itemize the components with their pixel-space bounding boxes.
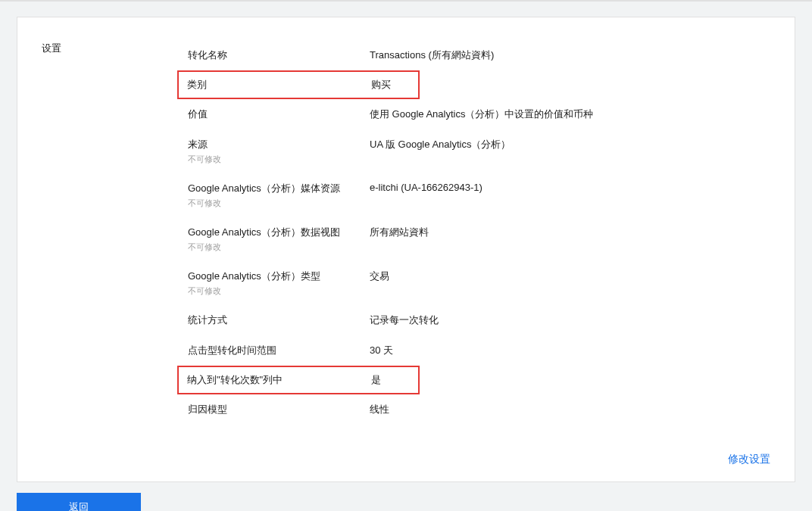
label-ga-property: Google Analytics（分析）媒体资源 不可修改 xyxy=(188,182,370,209)
label-source: 来源 不可修改 xyxy=(188,138,370,165)
label-attribution-model: 归因模型 xyxy=(188,403,370,416)
value-count-method: 记录每一次转化 xyxy=(370,313,439,327)
sublabel-ga-property: 不可修改 xyxy=(188,198,370,209)
row-ga-type: Google Analytics（分析）类型 不可修改 交易 xyxy=(188,261,770,305)
section-title: 设置 xyxy=(42,40,188,425)
label-conversion-name: 转化名称 xyxy=(188,48,370,62)
value-click-window: 30 天 xyxy=(370,344,393,357)
settings-rows: 转化名称 Transactions (所有網站資料) 类别 购买 价值 使用 G… xyxy=(188,40,770,425)
label-include-in-conversions: 纳入到"转化次数"列中 xyxy=(187,373,371,387)
sublabel-ga-type: 不可修改 xyxy=(188,285,370,297)
sublabel-ga-view: 不可修改 xyxy=(188,241,370,253)
settings-card: 设置 转化名称 Transactions (所有網站資料) 类别 购买 价值 使… xyxy=(17,17,795,482)
label-ga-type: Google Analytics（分析）类型 不可修改 xyxy=(188,270,370,297)
row-include-in-conversions: 纳入到"转化次数"列中 是 xyxy=(177,366,420,394)
label-category: 类别 xyxy=(187,78,371,92)
row-category: 类别 购买 xyxy=(177,70,420,99)
row-ga-property: Google Analytics（分析）媒体资源 不可修改 e-litchi (… xyxy=(188,173,770,217)
label-value: 价值 xyxy=(188,107,370,121)
edit-settings-link[interactable]: 修改设置 xyxy=(728,453,770,465)
row-source: 来源 不可修改 UA 版 Google Analytics（分析） xyxy=(188,129,770,173)
value-conversion-name: Transactions (所有網站資料) xyxy=(370,48,494,62)
value-value: 使用 Google Analytics（分析）中设置的价值和币种 xyxy=(370,107,593,121)
value-ga-type: 交易 xyxy=(370,270,389,283)
value-source: UA 版 Google Analytics（分析） xyxy=(370,138,511,151)
back-button[interactable]: 返回 xyxy=(17,493,141,511)
row-conversion-name: 转化名称 Transactions (所有網站資料) xyxy=(188,40,770,70)
value-include-in-conversions: 是 xyxy=(371,373,381,387)
row-click-window: 点击型转化时间范围 30 天 xyxy=(188,335,770,366)
label-click-window: 点击型转化时间范围 xyxy=(188,344,370,357)
value-ga-property: e-litchi (UA-166262943-1) xyxy=(370,182,483,193)
label-count-method: 统计方式 xyxy=(188,313,370,327)
row-attribution-model: 归因模型 线性 xyxy=(188,394,770,425)
card-footer: 修改设置 xyxy=(42,452,770,466)
row-count-method: 统计方式 记录每一次转化 xyxy=(188,305,770,335)
value-attribution-model: 线性 xyxy=(370,403,389,416)
top-divider xyxy=(0,0,812,2)
value-category: 购买 xyxy=(371,78,391,92)
label-ga-view: Google Analytics（分析）数据视图 不可修改 xyxy=(188,226,370,253)
value-ga-view: 所有網站資料 xyxy=(370,226,429,239)
sublabel-source: 不可修改 xyxy=(188,154,370,165)
row-value: 价值 使用 Google Analytics（分析）中设置的价值和币种 xyxy=(188,99,770,129)
row-ga-view: Google Analytics（分析）数据视图 不可修改 所有網站資料 xyxy=(188,217,770,261)
